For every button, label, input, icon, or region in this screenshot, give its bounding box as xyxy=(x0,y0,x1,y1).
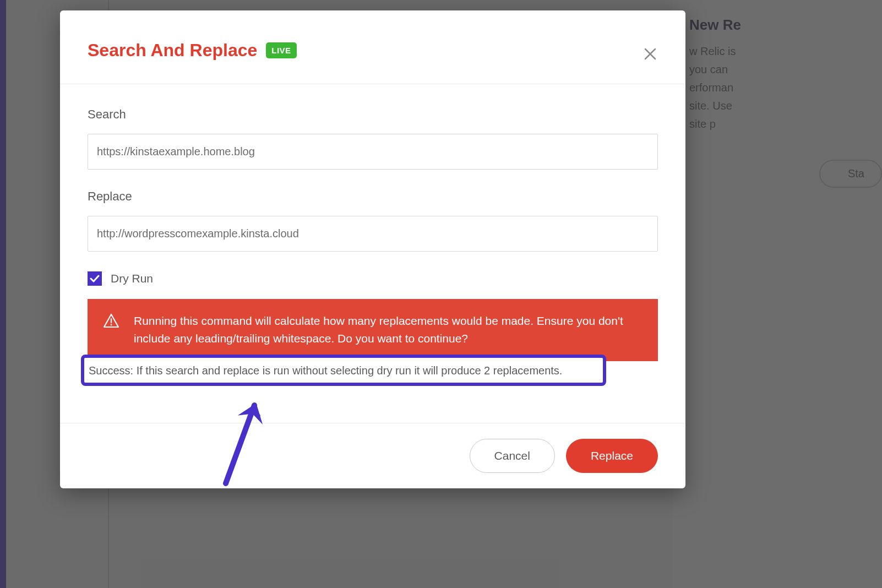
replace-button[interactable]: Replace xyxy=(566,439,658,473)
warning-box: Running this command will calculate how … xyxy=(88,299,658,361)
modal-header: Search And Replace LIVE xyxy=(60,10,685,84)
checkmark-icon xyxy=(90,275,100,282)
svg-point-1 xyxy=(111,324,112,326)
success-highlight-box: Success: If this search and replace is r… xyxy=(81,355,606,386)
warning-text: Running this command will calculate how … xyxy=(134,312,643,347)
dry-run-label: Dry Run xyxy=(111,272,153,285)
search-label: Search xyxy=(88,107,658,122)
live-badge: LIVE xyxy=(266,42,296,58)
modal-title: Search And Replace xyxy=(88,40,257,61)
close-button[interactable] xyxy=(638,42,662,67)
dry-run-checkbox[interactable] xyxy=(88,271,102,286)
search-replace-modal: Search And Replace LIVE Search Replace D… xyxy=(60,10,685,488)
replace-label: Replace xyxy=(88,189,658,204)
modal-footer: Cancel Replace xyxy=(60,423,685,488)
modal-body: Search Replace Dry Run Running this comm… xyxy=(60,84,685,423)
warning-triangle-icon xyxy=(103,312,119,331)
cancel-button[interactable]: Cancel xyxy=(470,439,555,473)
success-text: Success: If this search and replace is r… xyxy=(89,364,598,377)
search-input[interactable] xyxy=(88,134,658,170)
close-icon xyxy=(644,48,656,62)
replace-input[interactable] xyxy=(88,216,658,252)
dry-run-row: Dry Run xyxy=(88,271,658,286)
